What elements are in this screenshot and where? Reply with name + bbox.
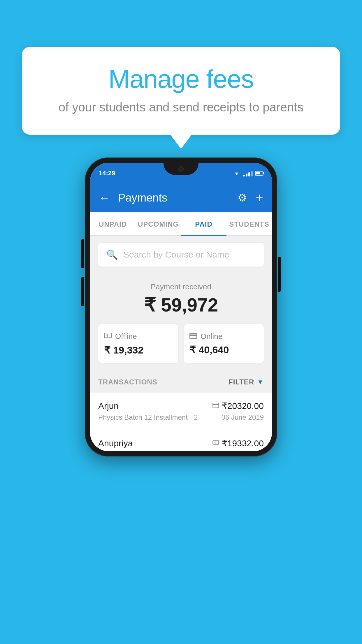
search-box[interactable]: 🔍 Search by Course or Name (98, 243, 264, 267)
add-button[interactable]: + (256, 190, 263, 205)
notch-cutout (164, 163, 198, 175)
transaction-amount-anupriya: ₹19332.00 (222, 438, 264, 448)
filter-label: FILTER (229, 378, 254, 386)
tab-paid[interactable]: PAID (181, 212, 226, 236)
transactions-label: TRANSACTIONS (98, 378, 157, 386)
svg-rect-4 (213, 403, 219, 408)
payment-total-amount: ₹ 59,972 (98, 294, 264, 316)
transaction-row-arjun[interactable]: Arjun ₹20320.00 Physics Batch 12 Install… (90, 393, 272, 430)
tab-upcoming[interactable]: UPCOMING (136, 212, 181, 236)
svg-text:₹: ₹ (214, 441, 216, 444)
svg-rect-5 (213, 404, 219, 405)
online-card-header: Online (189, 332, 258, 341)
offline-amount: ₹ 19,332 (104, 344, 173, 356)
transaction-top-anupriya: Anupriya ₹ ₹19332.00 (98, 438, 264, 448)
phone-screen: 14:29 (90, 163, 272, 451)
transactions-header: TRANSACTIONS FILTER ▼ (90, 372, 272, 393)
tabs-bar: UNPAID UPCOMING PAID STUDENTS (90, 212, 272, 236)
transaction-date-arjun: 06 June 2019 (222, 413, 264, 421)
back-button[interactable]: ← (99, 192, 110, 204)
search-area: 🔍 Search by Course or Name (90, 236, 272, 274)
transaction-row-anupriya[interactable]: Anupriya ₹ ₹19332.00 (90, 430, 272, 451)
transaction-amount-wrap-arjun: ₹20320.00 (212, 401, 264, 411)
phone-mockup: 14:29 (85, 158, 277, 456)
online-type-label: Online (201, 332, 222, 341)
app-title: Payments (118, 192, 232, 204)
online-card: Online ₹ 40,640 (184, 324, 264, 363)
transaction-top-arjun: Arjun ₹20320.00 (98, 401, 264, 411)
svg-rect-2 (190, 333, 197, 339)
filter-button[interactable]: FILTER ▼ (229, 378, 264, 386)
online-icon (189, 332, 197, 341)
online-pay-icon-arjun (212, 402, 219, 410)
hero-subtitle: of your students and send receipts to pa… (45, 100, 317, 114)
status-time: 14:29 (99, 169, 115, 177)
offline-card-header: ₹ Offline (104, 332, 173, 341)
status-icons (233, 170, 263, 176)
tab-unpaid[interactable]: UNPAID (90, 212, 136, 236)
offline-icon: ₹ (104, 332, 112, 341)
search-icon: 🔍 (106, 249, 118, 260)
phone-outer: 14:29 (85, 158, 277, 456)
transaction-course-arjun: Physics Batch 12 Installment - 2 (98, 413, 198, 421)
svg-text:₹: ₹ (106, 334, 108, 338)
hero-title: Manage fees (45, 64, 317, 94)
camera-dot (178, 166, 184, 172)
online-amount: ₹ 40,640 (189, 344, 258, 356)
payment-summary: Payment received ₹ 59,972 ₹ (90, 274, 272, 372)
tab-students[interactable]: STUDENTS (226, 212, 272, 236)
transaction-name-anupriya: Anupriya (98, 438, 133, 448)
battery-fill (256, 172, 260, 174)
transaction-amount-arjun: ₹20320.00 (222, 401, 264, 411)
hero-card: Manage fees of your students and send re… (22, 47, 340, 135)
payment-cards: ₹ Offline ₹ 19,332 (98, 324, 264, 363)
offline-card: ₹ Offline ₹ 19,332 (98, 324, 178, 363)
wifi-icon (233, 170, 241, 176)
status-bar: 14:29 (90, 163, 272, 184)
app-header: ← Payments ⚙ + (90, 184, 272, 212)
battery-icon (255, 171, 263, 176)
search-input[interactable]: Search by Course or Name (123, 250, 229, 260)
gear-button[interactable]: ⚙ (238, 192, 247, 204)
transaction-bottom-arjun: Physics Batch 12 Installment - 2 06 June… (98, 413, 264, 421)
payment-received-label: Payment received (98, 282, 264, 291)
offline-type-label: Offline (115, 332, 137, 341)
filter-icon: ▼ (257, 378, 264, 386)
offline-pay-icon-anupriya: ₹ (212, 439, 219, 447)
transaction-amount-wrap-anupriya: ₹ ₹19332.00 (212, 438, 264, 448)
signal-icon (243, 170, 253, 176)
transaction-name-arjun: Arjun (98, 401, 119, 411)
svg-rect-3 (190, 335, 197, 336)
